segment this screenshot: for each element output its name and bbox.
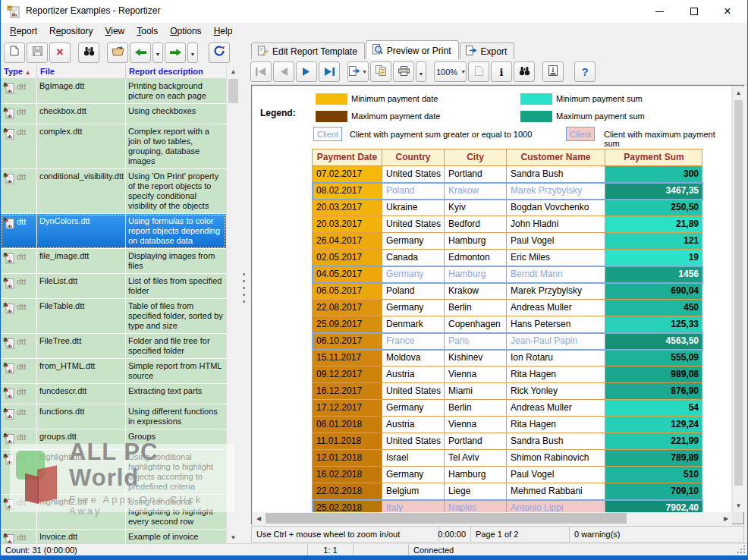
back-button[interactable] <box>130 42 151 63</box>
type-label: dtt <box>17 217 26 227</box>
refresh-button[interactable] <box>209 42 230 63</box>
column-header-type[interactable]: Type▲ <box>1 65 37 78</box>
report-description: Printing background picture on each page <box>126 79 226 103</box>
scrollbar-thumb[interactable] <box>266 513 627 524</box>
scroll-up-icon[interactable]: ▲ <box>733 87 744 99</box>
scroll-down-icon[interactable]: ▼ <box>733 499 744 512</box>
city-cell: Kishinev <box>445 350 507 367</box>
list-item-conditional_visibility.dtt[interactable]: dttconditional_visibility.dttUsing 'On P… <box>1 169 226 214</box>
menu-report[interactable]: Report <box>4 24 43 39</box>
payment-sum-cell: 510 <box>605 467 702 483</box>
report-column-header: Country <box>382 149 445 166</box>
scroll-up-icon[interactable]: ▲ <box>227 65 240 78</box>
forward-button[interactable] <box>165 42 186 63</box>
scroll-left-icon[interactable]: ◀ <box>253 512 265 524</box>
list-item-FileTree.dtt[interactable]: dttFileTree.dttFolder and file tree for … <box>1 334 226 359</box>
tab-edit-report-template[interactable]: Edit Report Template <box>251 42 365 59</box>
blank-page-button[interactable] <box>468 61 489 82</box>
maximize-icon[interactable] <box>679 0 709 23</box>
last-page-button[interactable] <box>319 61 340 82</box>
customer-name-cell: Rita Hagen <box>507 417 605 433</box>
back-arrow-icon <box>135 46 146 59</box>
minimize-icon[interactable] <box>644 0 674 23</box>
save-icon <box>33 46 42 59</box>
pane-splitter[interactable] <box>240 39 248 543</box>
first-page-button[interactable] <box>250 61 272 82</box>
list-item-from_HTML.dtt[interactable]: dttfrom_HTML.dttSimple report from HTML … <box>1 359 226 384</box>
open-database-button[interactable] <box>107 42 128 63</box>
prev-page-button[interactable] <box>273 61 294 82</box>
copy-button[interactable] <box>370 61 391 82</box>
search-button[interactable] <box>514 61 535 82</box>
find-button[interactable] <box>78 42 99 63</box>
payment-sum-cell: 450 <box>605 300 702 316</box>
toolbar-separator <box>72 52 78 53</box>
type-label: dtt <box>17 407 26 417</box>
scroll-right-icon[interactable]: ▶ <box>720 512 732 524</box>
menu-options[interactable]: Options <box>164 24 207 39</box>
last-page-icon <box>324 65 335 79</box>
zoom-select[interactable]: 100%▼ <box>434 61 467 82</box>
scrollbar-thumb[interactable] <box>228 79 238 103</box>
main-toolbar: ×▼▼ <box>1 39 242 65</box>
grid-header[interactable]: Type▲ File Report description <box>1 65 226 79</box>
list-item-FileTable.dtt[interactable]: dttFileTable.dttTable of files from spec… <box>1 299 226 334</box>
menu-repository[interactable]: Repository <box>43 24 99 39</box>
tab-export[interactable]: Export <box>460 42 515 59</box>
help-button[interactable]: ? <box>574 61 596 82</box>
file-name: conditional_visibility.dtt <box>37 169 126 213</box>
preview-horizontal-scrollbar[interactable]: ◀ ▶ <box>253 512 732 524</box>
country-cell: Denmark <box>382 316 445 333</box>
delete-icon: × <box>56 46 63 59</box>
column-header-file[interactable]: File <box>37 65 126 78</box>
list-item-Invoice.dtt[interactable]: dttInvoice.dttExample of invoice <box>1 530 226 544</box>
menu-view[interactable]: View <box>99 24 130 39</box>
delete-report-button[interactable]: × <box>49 42 71 63</box>
list-item-checkbox.dtt[interactable]: dttcheckbox.dttUsing checkboxes <box>1 104 226 124</box>
column-header-description[interactable]: Report description <box>126 65 226 78</box>
back-dropdown[interactable]: ▼ <box>152 42 163 63</box>
next-page-button[interactable] <box>296 61 317 82</box>
file-name: checkbox.dtt <box>37 104 126 124</box>
list-item-funcdescr.dtt[interactable]: dttfuncdescr.dttExtracting text parts <box>1 384 226 404</box>
type-cell: dtt <box>1 334 37 358</box>
print-dropdown[interactable]: ▼ <box>416 61 426 82</box>
country-cell: Germany <box>382 300 445 316</box>
page-setup-button[interactable] <box>542 61 564 82</box>
scroll-down-icon[interactable]: ▼ <box>227 531 240 544</box>
preview-vertical-scrollbar[interactable]: ▲ ▼ <box>732 87 744 512</box>
list-item-functions.dtt[interactable]: dttfunctions.dttUsing different function… <box>1 404 226 429</box>
tab-preview-or-print[interactable]: Preview or Print <box>366 40 459 59</box>
list-item-FileList.dtt[interactable]: dttFileList.dttList of files from specif… <box>1 274 226 299</box>
save-report-button[interactable] <box>27 42 48 63</box>
list-item-DynColors.dtt[interactable]: dttDynColors.dttUsing formulas to color … <box>1 214 226 249</box>
window-border <box>1 555 748 560</box>
export-report-button[interactable]: ▼ <box>347 61 369 82</box>
type-cell: dtt <box>1 124 37 168</box>
city-cell: Liege <box>445 483 507 500</box>
menu-help[interactable]: Help <box>208 24 239 39</box>
list-item-complex.dtt[interactable]: dttcomplex.dttComplex report with a join… <box>1 124 226 169</box>
file-name: from_HTML.dtt <box>37 359 126 383</box>
copy-icon <box>376 65 386 79</box>
report-description: Using checkboxes <box>126 104 226 124</box>
info-button[interactable]: i <box>491 61 512 82</box>
preview-toolbar: ▼▼100%▼i? <box>248 59 748 85</box>
forward-dropdown[interactable]: ▼ <box>187 42 198 63</box>
close-icon[interactable]: × <box>712 0 743 23</box>
list-item-file_image.dtt[interactable]: dttfile_image.dttDisplaying images from … <box>1 249 226 274</box>
customer-name-cell: Mehmed Rabbani <box>507 483 605 500</box>
customer-name-cell: Eric Miles <box>507 250 605 266</box>
report-file-icon <box>3 172 14 187</box>
country-cell: Ukraine <box>382 200 445 216</box>
payment-sum-cell: 7902,40 <box>605 500 702 512</box>
list-item-BgImage.dtt[interactable]: dttBgImage.dttPrinting background pictur… <box>1 79 226 104</box>
scrollbar-thumb[interactable] <box>734 100 743 486</box>
payment-date-cell: 25.02.2018 <box>313 500 382 512</box>
preview-status-bar: Use Ctrl + mouse wheel to zoom in/out 0:… <box>251 526 744 543</box>
report-table-row: 20.03.2017United StatesBedfordJohn Hladn… <box>313 216 702 233</box>
new-report-button[interactable] <box>4 42 25 63</box>
print-button[interactable] <box>393 61 414 82</box>
resize-grip[interactable] <box>737 545 746 554</box>
menu-tools[interactable]: Tools <box>130 24 164 39</box>
